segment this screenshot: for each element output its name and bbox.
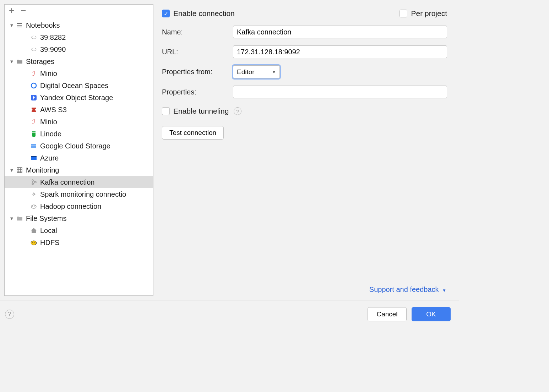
svg-rect-5 [31, 144, 36, 146]
chevron-down-icon: ▼ [8, 216, 15, 221]
tree-item-storage[interactable]: AWS S3 [5, 104, 153, 116]
tree-group-notebooks[interactable]: ▼ Notebooks [5, 19, 153, 31]
properties-from-value: Editor [237, 68, 255, 76]
svg-point-14 [32, 180, 33, 181]
hdfs-icon [29, 238, 38, 247]
tree-item-label: Spark monitoring connectio [40, 190, 126, 198]
folder-icon [15, 57, 24, 66]
grid-icon [15, 166, 24, 174]
help-icon[interactable]: ? [234, 107, 241, 115]
tree-item-hdfs[interactable]: HDFS [5, 236, 153, 249]
tree-group-filesystems[interactable]: ▼ File Systems [5, 212, 153, 224]
enable-connection-checkbox[interactable]: ✓ Enable connection [162, 9, 235, 18]
chevron-down-icon: ▼ [272, 70, 276, 74]
tree-item-label: Digital Ocean Spaces [40, 82, 108, 90]
url-input[interactable] [233, 45, 447, 58]
tree-item-notebook[interactable]: ⬭ 39:8282 [5, 31, 153, 43]
svg-point-3 [31, 83, 36, 88]
tree-item-local[interactable]: Local [5, 224, 153, 236]
properties-from-label: Properties from: [162, 68, 233, 76]
home-icon [29, 226, 38, 235]
svg-line-19 [33, 183, 35, 184]
tree-item-storage[interactable]: Digital Ocean Spaces [5, 80, 153, 92]
tree-item-storage[interactable]: ℐ Minio [5, 116, 153, 128]
link-icon: ⬭ [29, 45, 38, 54]
name-input[interactable] [233, 26, 447, 38]
tree-item-label: AWS S3 [40, 106, 67, 114]
svg-point-24 [32, 242, 33, 243]
tree-item-label: Local [40, 227, 57, 235]
tree-group-label: File Systems [26, 214, 66, 223]
tree-item-label: Hadoop connection [40, 202, 101, 211]
enable-connection-label: Enable connection [173, 9, 235, 18]
tree-group-label: Notebooks [26, 21, 60, 29]
svg-rect-8 [31, 156, 37, 157]
svg-rect-9 [17, 168, 22, 173]
tree-item-spark[interactable]: ✧ Spark monitoring connectio [5, 188, 153, 200]
tree-item-label: HDFS [40, 239, 59, 247]
tree-item-storage[interactable]: Linode [5, 128, 153, 140]
tree-item-hadoop[interactable]: Hadoop connection [5, 200, 153, 212]
per-project-label: Per project [411, 9, 447, 18]
connections-sidebar: + − ▼ Notebooks ⬭ 39:8282 ⬭ 39:9090 [4, 4, 153, 296]
tree-item-label: 39:9090 [40, 45, 66, 54]
tree-item-label: Azure [40, 154, 59, 162]
properties-from-select[interactable]: Editor ▼ [233, 65, 280, 78]
linode-icon [29, 130, 38, 138]
cancel-button[interactable]: Cancel [368, 307, 407, 321]
tree-item-storage[interactable]: Google Cloud Storage [5, 140, 153, 152]
add-button[interactable]: + [9, 6, 14, 15]
properties-label: Properties: [162, 88, 233, 96]
hadoop-icon [29, 202, 38, 211]
yandex-icon [29, 93, 38, 102]
url-label: URL: [162, 48, 233, 56]
svg-point-16 [35, 181, 36, 183]
tree-item-notebook[interactable]: ⬭ 39:9090 [5, 43, 153, 55]
tree-item-label: Yandex Object Storage [40, 94, 113, 102]
tree-item-label: 39:8282 [40, 33, 66, 42]
tree-item-label: Minio [40, 118, 57, 126]
svg-point-15 [32, 183, 33, 185]
checkbox-icon: ✓ [162, 10, 170, 17]
tree-item-kafka[interactable]: Kafka connection [5, 176, 153, 188]
chevron-down-icon: ▼ [8, 168, 15, 173]
test-connection-button[interactable]: Test connection [162, 126, 224, 140]
kafka-icon [29, 178, 38, 186]
tree-group-monitoring[interactable]: ▼ Monitoring [5, 164, 153, 176]
aws-icon [29, 105, 38, 114]
checkbox-icon [399, 10, 407, 17]
chevron-down-icon: ▼ [8, 59, 15, 64]
folder-plain-icon [15, 214, 24, 223]
enable-tunneling-checkbox[interactable]: Enable tunneling [162, 107, 229, 115]
support-feedback-link[interactable]: Support and feedback ▼ [162, 285, 447, 300]
per-project-checkbox[interactable]: Per project [399, 9, 447, 18]
link-icon: ⬭ [29, 33, 38, 42]
spark-icon: ✧ [29, 190, 38, 198]
tree-item-storage[interactable]: ℐ Minio [5, 67, 153, 80]
properties-input[interactable] [233, 86, 447, 98]
tree-item-label: Kafka connection [40, 178, 94, 186]
svg-rect-6 [31, 146, 36, 148]
ok-button[interactable]: OK [412, 307, 451, 321]
gcs-icon [29, 142, 38, 150]
help-icon[interactable]: ? [5, 310, 14, 319]
do-icon [29, 81, 38, 90]
svg-point-22 [34, 206, 35, 206]
svg-point-21 [32, 206, 33, 206]
svg-point-20 [31, 205, 36, 208]
tree-group-label: Monitoring [26, 166, 59, 174]
tree-item-label: Google Cloud Storage [40, 142, 110, 150]
sidebar-toolbar: + − [5, 5, 153, 17]
list-icon [15, 21, 24, 29]
name-label: Name: [162, 28, 233, 36]
support-feedback-label: Support and feedback [369, 285, 439, 293]
tree-item-label: Minio [40, 70, 57, 78]
tree-item-storage[interactable]: Azure [5, 152, 153, 164]
svg-line-18 [33, 181, 35, 182]
tree-group-storages[interactable]: ▼ Storages [5, 55, 153, 67]
remove-button[interactable]: − [21, 6, 26, 15]
dialog-footer: ? Cancel OK [0, 300, 459, 328]
tree-item-storage[interactable]: Yandex Object Storage [5, 92, 153, 104]
checkbox-icon [162, 107, 170, 115]
connection-form: ✓ Enable connection Per project Name: UR… [153, 0, 459, 300]
